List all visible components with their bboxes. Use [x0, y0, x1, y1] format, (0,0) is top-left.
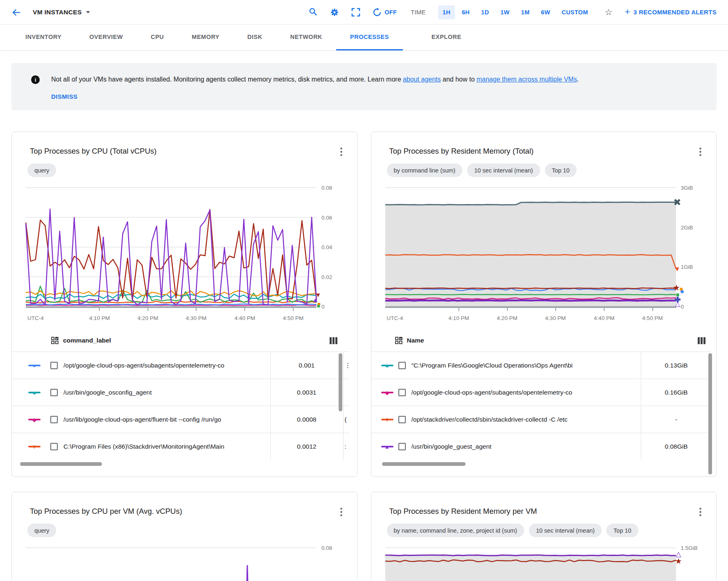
process-value: 0.0012	[270, 433, 343, 460]
series-marker: ◆	[28, 416, 41, 423]
cpu-total-chart: ▼▲●■ UTC-4 4:10 PM 4:20 PM 4:30 PM 4:40 …	[12, 188, 357, 323]
settings-gear-icon[interactable]	[330, 8, 339, 17]
series-marker: ▼	[381, 416, 393, 423]
table-row: ■ /usr/bin/google_osconfig_agent 0.0031	[12, 379, 350, 406]
tab-explore[interactable]: EXPLORE	[418, 25, 475, 50]
time-label: TIME	[411, 9, 426, 16]
app-bar: VM INSTANCES OFF TIME 1H 6H 1D 1W 1M 6W …	[0, 0, 728, 25]
tab-cpu[interactable]: CPU	[137, 25, 178, 50]
card-menu-icon[interactable]	[697, 507, 704, 517]
agents-info-banner: i Not all of your VMs have agents instal…	[11, 63, 717, 110]
fullscreen-icon[interactable]	[351, 8, 360, 17]
time-range-custom[interactable]: CUSTOM	[557, 5, 592, 19]
resource-selector[interactable]: VM INSTANCES	[33, 9, 90, 16]
chart-plot-area[interactable]: ▼▲●■ UTC-4 4:10 PM 4:20 PM 4:30 PM 4:40 …	[26, 188, 317, 323]
clipped-next-column: ⋮	[343, 352, 350, 379]
time-range-1m[interactable]: 1M	[517, 5, 534, 19]
cpu-per-vm-chart[interactable]: 0.08	[12, 548, 357, 581]
select-all-icon[interactable]	[51, 337, 59, 344]
tab-inventory[interactable]: INVENTORY	[11, 25, 75, 50]
x-axis-labels: UTC-4 4:10 PM 4:20 PM 4:30 PM 4:40 PM 4:…	[26, 312, 317, 323]
process-command: /usr/lib/google-cloud-ops-agent/fluent-b…	[63, 416, 270, 423]
y-axis-labels: 0.08 0.06 0.04 0.02 0	[317, 188, 344, 323]
table-vertical-scrollbar[interactable]	[339, 353, 342, 411]
manage-vms-link[interactable]: manage them across multiple VMs	[477, 76, 577, 83]
card-title: Top Processes by Resident Memory per VM	[389, 507, 537, 516]
card-menu-icon[interactable]	[338, 147, 345, 157]
filter-chip-groupby: by command line (sum)	[387, 163, 463, 177]
series-marker: ◆	[381, 389, 393, 396]
time-range-1w[interactable]: 1W	[496, 5, 514, 19]
row-checkbox[interactable]	[50, 443, 58, 450]
columns-icon[interactable]	[698, 337, 705, 344]
time-range-1d[interactable]: 1D	[477, 5, 493, 19]
series-marker: ■	[28, 389, 41, 396]
columns-icon[interactable]	[330, 337, 337, 344]
recommended-alerts-button[interactable]: + 3 RECOMMENDED ALERTS	[625, 8, 717, 16]
row-checkbox[interactable]	[398, 389, 406, 396]
column-header: command_label	[63, 337, 111, 344]
process-name: /opt/stackdriver/collectd/sbin/stackdriv…	[411, 416, 641, 423]
tab-network[interactable]: NETWORK	[276, 25, 336, 50]
process-name: "C:\Program Files\Google\Cloud Operation…	[411, 362, 641, 369]
process-command: /opt/google-cloud-ops-agent/subagents/op…	[63, 362, 270, 369]
row-checkbox[interactable]	[50, 389, 58, 396]
series-marker: ■	[381, 362, 393, 369]
column-header: Name	[407, 337, 424, 344]
star-outline-icon[interactable]: ☆	[605, 8, 613, 16]
tab-processes[interactable]: PROCESSES	[336, 25, 403, 50]
tab-disk[interactable]: DISK	[233, 25, 276, 50]
time-range-group: 1H 6H 1D 1W 1M 6W CUSTOM	[438, 5, 592, 19]
filter-chip-interval: 10 sec interval (mean)	[467, 163, 540, 177]
table-row: ◆ /usr/lib/google-cloud-ops-agent/fluent…	[12, 406, 350, 433]
search-icon[interactable]	[308, 7, 318, 17]
tab-overview[interactable]: OVERVIEW	[75, 25, 137, 50]
table-horizontal-scrollbar[interactable]	[20, 462, 102, 466]
process-command: C:\Program Files (x86)\Stackdriver\Monit…	[63, 443, 270, 450]
back-arrow-icon[interactable]	[11, 7, 22, 18]
auto-refresh-toggle[interactable]: OFF	[373, 8, 397, 17]
process-value: 0.13GiB	[641, 352, 711, 379]
process-value: -	[641, 406, 711, 433]
time-range-1h[interactable]: 1H	[438, 5, 455, 19]
page-title: VM INSTANCES	[33, 9, 82, 16]
filter-chip-query: query	[27, 524, 56, 537]
series-marker: ●	[28, 362, 41, 369]
card-menu-icon[interactable]	[338, 507, 345, 517]
process-name: /usr/bin/google_guest_agent	[411, 443, 641, 450]
row-checkbox[interactable]	[50, 416, 58, 423]
row-checkbox[interactable]	[398, 362, 406, 369]
process-value: 0.08GiB	[641, 433, 711, 460]
process-value: 0.0008	[270, 406, 343, 433]
table-row: ■ "C:\Program Files\Google\Cloud Operati…	[371, 352, 712, 379]
card-menu-icon[interactable]	[697, 147, 704, 157]
card-title: Top Processes by CPU per VM (Avg. vCPUs)	[30, 507, 182, 516]
y-axis-labels: 1.5GiB	[676, 548, 703, 581]
process-value: 0.0031	[270, 379, 343, 406]
select-all-icon[interactable]	[395, 337, 402, 344]
clipped-next-column: :	[343, 433, 350, 460]
row-checkbox[interactable]	[398, 416, 406, 423]
table-row: ▼ C:\Program Files (x86)\Stackdriver\Mon…	[12, 433, 350, 460]
time-range-6h[interactable]: 6H	[457, 5, 474, 19]
tab-memory[interactable]: MEMORY	[178, 25, 233, 50]
card-cpu-total: Top Processes by CPU (Total vCPUs) query…	[11, 132, 357, 477]
table-row: ◆ /opt/google-cloud-ops-agent/subagents/…	[371, 379, 712, 406]
card-title: Top Processes by CPU (Total vCPUs)	[30, 147, 156, 156]
process-value: 0.16GiB	[641, 379, 711, 406]
table-horizontal-scrollbar[interactable]	[382, 462, 466, 466]
dismiss-button[interactable]: DISMISS	[51, 93, 77, 100]
table-vertical-scrollbar[interactable]	[708, 353, 712, 474]
process-command: /usr/bin/google_osconfig_agent	[63, 389, 270, 396]
about-agents-link[interactable]: about agents	[403, 76, 441, 83]
row-checkbox[interactable]	[398, 443, 406, 450]
dashboard-grid: Top Processes by CPU (Total vCPUs) query…	[11, 132, 717, 581]
y-axis-labels: 3GiB 2GiB 1GiB 0	[676, 188, 703, 323]
chart-plot-area[interactable]: ▼★●●■△ UTC-4 4:10 PM 4:20 PM 4:30 PM 4:4…	[385, 188, 676, 323]
clipped-next-column: (	[343, 406, 350, 433]
time-range-6w[interactable]: 6W	[536, 5, 554, 19]
memory-per-vm-chart[interactable]: △★ 1.5GiB	[371, 548, 717, 581]
info-icon: i	[31, 75, 40, 84]
card-title: Top Processes by Resident Memory (Total)	[389, 147, 534, 156]
row-checkbox[interactable]	[50, 362, 58, 369]
